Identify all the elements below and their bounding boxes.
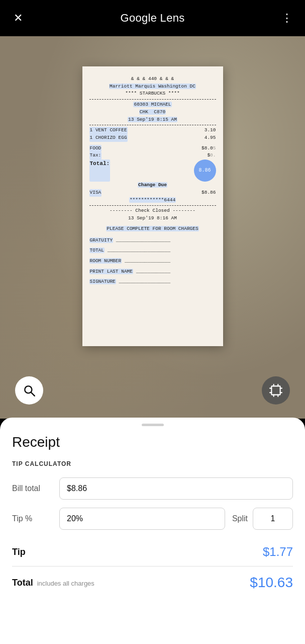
tip-result-row: Tip $1.77 (12, 538, 293, 566)
total-row: Total includes all charges $10.63 (12, 567, 293, 591)
menu-button[interactable]: ⋮ (278, 9, 296, 27)
tip-label: Tip (12, 547, 26, 557)
tip-split-row: Tip % Split (12, 508, 293, 530)
sheet-handle (142, 424, 164, 426)
camera-view: & & & 440 & & & Marriott Marquis Washing… (0, 36, 305, 419)
tip-percent-input[interactable] (59, 508, 225, 530)
app-title: Google Lens (120, 12, 184, 25)
receipt-image: & & & 440 & & & Marriott Marquis Washing… (82, 66, 223, 346)
bottom-sheet: Receipt TIP CALCULATOR Bill total Tip % … (0, 418, 305, 644)
top-bar: ✕ Google Lens ⋮ (0, 0, 305, 36)
svg-rect-2 (271, 386, 280, 394)
crop-button[interactable] (262, 376, 290, 405)
receipt-text-content: & & & 440 & & & Marriott Marquis Washing… (89, 75, 216, 286)
split-input[interactable] (253, 508, 293, 530)
bill-total-row: Bill total (12, 477, 293, 500)
tip-value: $1.77 (263, 545, 293, 559)
split-label: Split (232, 514, 248, 523)
sheet-title: Receipt (12, 434, 293, 450)
svg-line-1 (31, 392, 35, 396)
search-button[interactable] (15, 376, 43, 405)
total-left: Total includes all charges (12, 578, 94, 588)
total-value: $10.63 (250, 575, 293, 591)
close-button[interactable]: ✕ (9, 9, 27, 27)
total-label: Total (12, 578, 33, 588)
tip-percent-label: Tip % (12, 514, 52, 523)
bill-total-label: Bill total (12, 484, 52, 493)
split-group: Split (232, 508, 293, 530)
total-sub-label: includes all charges (37, 580, 94, 587)
bill-total-input[interactable] (59, 477, 293, 500)
tip-calculator-label: TIP CALCULATOR (12, 460, 293, 467)
